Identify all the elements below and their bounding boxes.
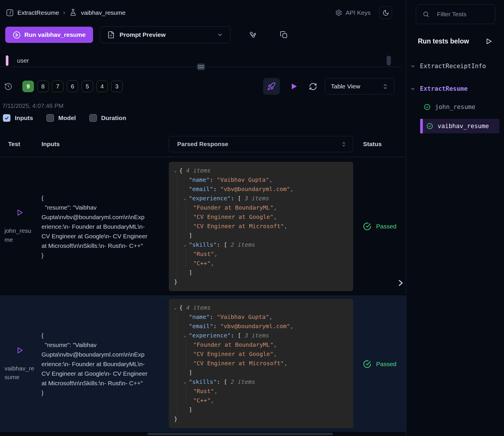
run-timestamp: 7/11/2025, 4:07:46 PM	[2, 102, 406, 110]
sidebar-group-label: ExtractResume	[420, 85, 467, 92]
run-all-button[interactable]	[290, 82, 298, 90]
test-passed-icon	[424, 103, 431, 110]
checkbox-checked[interactable]	[3, 114, 10, 122]
tests-tree: ExtractReceiptInfoExtractResumejohn_resu…	[406, 60, 504, 133]
filter-checkbox-model[interactable]: Model	[46, 114, 76, 122]
json-line: "C++",	[193, 259, 347, 268]
json-root-block: "name": "Vaibhav Gupta","email": "vbv@bo…	[177, 175, 347, 277]
json-line: ⌄"experience": [ 3 items	[184, 331, 347, 340]
moon-icon	[382, 10, 389, 16]
expand-panel-chevron[interactable]	[396, 278, 405, 289]
deploy-button[interactable]	[263, 78, 280, 95]
json-root-block: "name": "Vaibhav Gupta","email": "vbv@bo…	[177, 312, 347, 414]
json-line: ⌄"experience": [ 3 items	[184, 194, 347, 203]
refresh-icon	[309, 82, 317, 91]
copy-button[interactable]	[280, 31, 288, 39]
run-tests-below[interactable]: Run tests below	[418, 37, 492, 45]
json-line: "CV Engineer at Google",	[193, 212, 347, 221]
history-badge-7[interactable]: 7	[52, 81, 64, 92]
json-line: "Founder at BoundaryML",	[193, 340, 347, 349]
refresh-button[interactable]	[309, 82, 317, 91]
chevron-right-icon	[396, 278, 405, 288]
json-viewer-panel[interactable]: ⌄{ 4 items"name": "Vaibhav Gupta","email…	[169, 299, 353, 428]
scrollbar-thumb[interactable]	[387, 56, 391, 66]
json-line: ]	[184, 405, 347, 414]
checkbox-unchecked[interactable]	[89, 114, 97, 122]
search-icon	[423, 11, 429, 18]
breadcrumb-test[interactable]: vaibhav_resume	[81, 9, 126, 16]
play-icon	[290, 82, 298, 90]
prompt-preview-select[interactable]: Prompt Preview	[100, 26, 231, 43]
json-array-block: "Rust","C++",	[186, 386, 347, 405]
checkbox-unchecked[interactable]	[46, 114, 54, 122]
api-keys-label: API Keys	[346, 9, 371, 16]
chevrons-up-down-icon	[382, 83, 388, 90]
sidebar-group-ExtractReceiptInfo[interactable]: ExtractReceiptInfo	[406, 60, 504, 72]
input-json-text: { "resume": "Vaibhav Gupta\nvbv@boundary…	[41, 330, 148, 397]
column-header-test: Test	[0, 141, 39, 148]
resize-grip-handle[interactable]	[197, 63, 205, 70]
rocket-icon	[267, 82, 276, 91]
history-badge-4[interactable]: 4	[96, 81, 108, 92]
results-toolbar: 9876543	[0, 78, 406, 95]
history-badge-3[interactable]: 3	[111, 81, 123, 92]
json-line: ⌄"skills": [ 2 items	[184, 377, 347, 386]
history-badge-5[interactable]: 5	[81, 81, 93, 92]
action-row: Run vaibhav_resume Prompt Preview	[0, 27, 406, 43]
json-line: "email": "vbv@boundaryml.com",	[184, 321, 347, 331]
flask-icon	[69, 9, 77, 17]
view-mode-value: Table View	[331, 83, 360, 90]
workflow-icon	[249, 31, 257, 39]
filter-checkbox-inputs[interactable]: Inputs	[3, 114, 33, 122]
json-line: ]	[184, 368, 347, 377]
test-cell: vaibhav_resume	[0, 296, 39, 432]
api-keys-button[interactable]: API Keys	[335, 9, 371, 16]
parsed-response-select[interactable]: Parsed Response	[169, 136, 353, 152]
copy-icon	[280, 31, 288, 39]
breadcrumb-function[interactable]: ExtractResume	[17, 9, 59, 16]
prompt-preview-label: Prompt Preview	[119, 31, 212, 38]
json-array-block: "Founder at BoundaryML","CV Engineer at …	[186, 203, 347, 231]
json-line: "Founder at BoundaryML",	[193, 203, 347, 212]
json-line: "name": "Vaibhav Gupta",	[184, 312, 347, 321]
json-line: "email": "vbv@boundaryml.com",	[184, 184, 347, 194]
sidebar-test-vaibhav_resume[interactable]: vaibhav_resume	[420, 119, 499, 133]
view-mode-select[interactable]: Table View	[325, 78, 394, 95]
run-row-button[interactable]	[16, 209, 23, 217]
table-row-vaibhav_resume: vaibhav_resume{ "resume": "Vaibhav Gupta…	[0, 296, 406, 432]
workflow-button[interactable]	[249, 31, 257, 39]
play-outline-icon	[16, 346, 23, 354]
passed-check-icon	[363, 360, 371, 368]
history-badge-9[interactable]: 9	[22, 81, 34, 92]
column-filters: InputsModelDuration	[3, 114, 406, 122]
filter-checkbox-duration[interactable]: Duration	[89, 114, 126, 122]
horizontal-scrollbar	[0, 432, 406, 436]
history-section: 9876543	[4, 81, 123, 92]
filter-tests-input[interactable]	[437, 11, 489, 18]
theme-toggle-button[interactable]	[379, 6, 392, 19]
run-test-button[interactable]: Run vaibhav_resume	[5, 27, 93, 43]
chevrons-up-down-icon	[341, 141, 347, 147]
history-badge-6[interactable]: 6	[67, 81, 78, 92]
json-line: }	[174, 277, 347, 286]
file-code-icon	[107, 31, 115, 39]
parsed-response-cell: ⌄{ 4 items"name": "Vaibhav Gupta","email…	[169, 157, 353, 296]
history-badge-8[interactable]: 8	[37, 81, 49, 92]
toolbar-actions: Table View	[263, 78, 394, 95]
filter-tests-box	[416, 4, 495, 24]
json-line: ⌄{ 4 items	[174, 303, 347, 312]
prompt-role-bar: user	[0, 54, 402, 67]
parsed-response-label: Parsed Response	[177, 141, 228, 148]
history-icon[interactable]	[4, 82, 12, 91]
sidebar-test-john_resume[interactable]: john_resume	[420, 100, 499, 114]
run-row-button[interactable]	[16, 346, 23, 354]
sidebar-group-ExtractResume[interactable]: ExtractResume	[406, 82, 504, 95]
column-header-parsed: Parsed Response	[169, 136, 353, 152]
chevron-down-icon	[410, 86, 416, 92]
tests-sidebar: Run tests below ExtractReceiptInfoExtrac…	[406, 0, 504, 436]
json-line: }	[174, 414, 347, 424]
json-viewer-panel[interactable]: ⌄{ 4 items"name": "Vaibhav Gupta","email…	[169, 162, 353, 291]
horizontal-scrollbar-thumb[interactable]	[147, 433, 333, 435]
svg-text:f: f	[9, 10, 12, 15]
results-table-header: Test Inputs Parsed Response Status	[0, 136, 406, 157]
